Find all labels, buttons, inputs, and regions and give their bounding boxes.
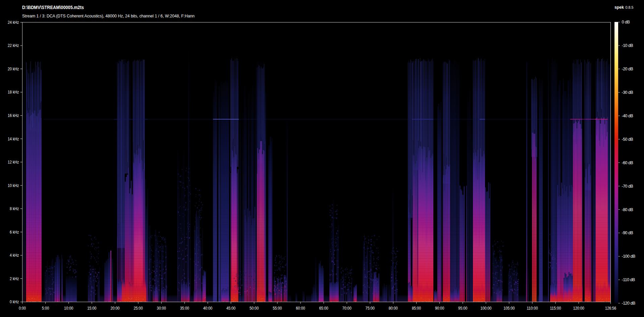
svg-text:-110 dB: -110 dB [622,277,635,282]
svg-text:105:00: 105:00 [503,306,515,311]
svg-text:126:56: 126:56 [605,306,616,311]
svg-text:20:00: 20:00 [110,306,119,311]
svg-text:15:00: 15:00 [87,306,96,311]
svg-text:-80 dB: -80 dB [622,207,633,212]
svg-text:4 kHz: 4 kHz [10,253,19,258]
svg-text:95:00: 95:00 [458,306,467,311]
svg-text:24 kHz: 24 kHz [8,20,19,25]
svg-text:55:00: 55:00 [273,306,282,311]
svg-text:25:00: 25:00 [134,306,143,311]
svg-text:spek: spek [614,5,624,10]
svg-text:115:00: 115:00 [550,306,561,311]
svg-text:-20 dB: -20 dB [622,67,633,71]
svg-text:90:00: 90:00 [435,306,444,311]
svg-text:50:00: 50:00 [250,306,259,311]
svg-text:0.8.5: 0.8.5 [626,5,634,9]
svg-text:75:00: 75:00 [366,306,375,311]
svg-text:120:00: 120:00 [573,306,584,311]
svg-text:80:00: 80:00 [389,306,398,311]
svg-text:16 kHz: 16 kHz [8,113,19,118]
svg-text:-50 dB: -50 dB [622,137,633,142]
svg-text:40:00: 40:00 [203,306,212,311]
svg-text:10 kHz: 10 kHz [8,183,19,188]
svg-text:-90 dB: -90 dB [622,231,633,235]
svg-text:110:00: 110:00 [527,306,538,311]
svg-text:18 kHz: 18 kHz [8,90,19,94]
svg-text:5:00: 5:00 [42,306,49,311]
svg-text:45:00: 45:00 [226,306,235,311]
svg-text:65:00: 65:00 [319,306,328,311]
svg-text:8 kHz: 8 kHz [10,206,19,211]
svg-text:100:00: 100:00 [480,306,491,311]
svg-text:-40 dB: -40 dB [622,114,633,118]
svg-text:-70 dB: -70 dB [622,184,633,189]
svg-text:0 dB: 0 dB [622,20,630,24]
svg-text:10:00: 10:00 [64,306,73,311]
svg-text:35:00: 35:00 [180,306,189,311]
svg-text:85:00: 85:00 [412,306,421,311]
svg-text:6 kHz: 6 kHz [10,230,19,235]
svg-text:-120 dB: -120 dB [622,301,635,306]
svg-text:0 kHz: 0 kHz [10,300,19,304]
svg-text:Stream 1 / 3: DCA (DTS Coheren: Stream 1 / 3: DCA (DTS Coherent Acoustic… [22,14,195,18]
svg-text:14 kHz: 14 kHz [8,137,19,141]
svg-text:-60 dB: -60 dB [622,161,633,165]
svg-text:0:00: 0:00 [19,306,26,311]
svg-text:-10 dB: -10 dB [622,43,633,48]
svg-text:-100 dB: -100 dB [622,254,635,259]
svg-text:2 kHz: 2 kHz [10,276,19,281]
svg-text:-30 dB: -30 dB [622,90,633,95]
svg-text:30:00: 30:00 [157,306,166,311]
svg-text:70:00: 70:00 [342,306,352,311]
svg-text:12 kHz: 12 kHz [8,160,19,165]
svg-text:22 kHz: 22 kHz [8,43,19,48]
svg-text:20 kHz: 20 kHz [8,67,19,71]
svg-text:60:00: 60:00 [296,306,305,311]
svg-text:D:\BDMV\STREAM\00005.m2ts: D:\BDMV\STREAM\00005.m2ts [22,5,84,10]
